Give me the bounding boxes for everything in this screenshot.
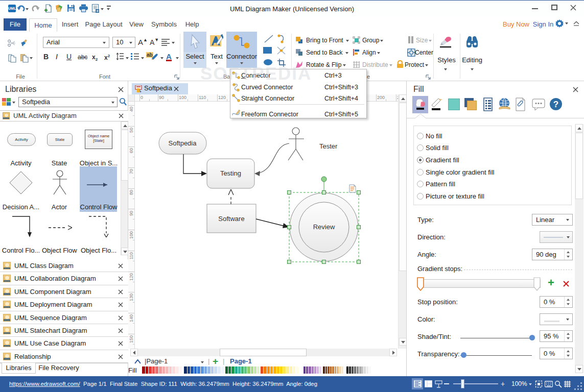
svg-text:Testing: Testing [220, 169, 241, 177]
svg-text:Software: Software [218, 215, 244, 223]
svg-text:Tester: Tester [319, 142, 338, 150]
svg-text:?: ? [553, 100, 558, 109]
svg-text:Softpedia: Softpedia [169, 139, 197, 147]
svg-text:Review: Review [313, 223, 335, 231]
